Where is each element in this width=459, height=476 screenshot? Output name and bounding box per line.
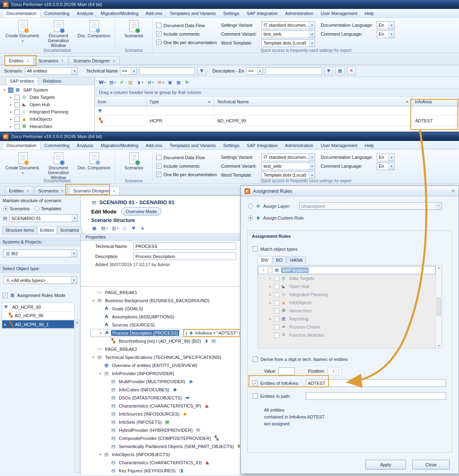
menu-tab-add-ons[interactable]: Add-ons	[142, 142, 166, 149]
infoarea-input[interactable]	[306, 379, 446, 387]
match-object-types-checkbox[interactable]	[253, 246, 258, 252]
tree-checkbox[interactable]	[274, 316, 279, 322]
doc-tab-scenario-designer[interactable]: Scenario Designer	[69, 186, 119, 195]
tree-item[interactable]: ▾▤Technical Specifications (TECHNICAL_SP…	[90, 353, 240, 361]
tree-item[interactable]: ▤Characteristics (CHARACTERISTICS_IP)▲	[90, 402, 240, 410]
comments-button[interactable]: ◗▾	[135, 78, 145, 87]
settings-variant-select[interactable]: IT standard documen...	[262, 154, 315, 161]
tree-item[interactable]: ▤InfoSources (INFOSOURCES)◆	[90, 410, 240, 418]
entities-of-infoarea-checkbox[interactable]: ✓	[253, 380, 258, 386]
entities-in-path-checkbox[interactable]	[253, 393, 258, 399]
doc-comparison-button[interactable]: Doc. Comparison	[76, 151, 112, 180]
tree-checkbox[interactable]	[274, 333, 279, 338]
tree-item[interactable]: ▾▤InfoProvider (INFOPROVIDER)	[90, 369, 240, 378]
column-header-icon[interactable]: Icon	[95, 97, 146, 106]
menu-tab-sap-integration[interactable]: SAP Integration	[243, 10, 281, 17]
scroll-thumb[interactable]	[437, 297, 441, 316]
word-template-select[interactable]: Template.dotx (Local)	[262, 171, 315, 179]
collapse-expander-icon[interactable]: ▾	[91, 299, 95, 303]
close-tab-icon[interactable]	[113, 59, 116, 63]
copy-button[interactable]: ▣	[166, 78, 174, 87]
dialog-tab-hana[interactable]: HANA	[287, 256, 307, 264]
collapse-expander-icon[interactable]: ▾	[2, 88, 6, 92]
tree-item[interactable]: AGoals (GOALS)	[90, 305, 240, 313]
comment-variant-select[interactable]: test_web	[262, 30, 315, 38]
comment-language-select[interactable]: En	[377, 162, 395, 170]
scenarios-button[interactable]: Scenarios	[116, 19, 152, 38]
tree-item[interactable]: ▾▦SAP System	[258, 266, 435, 274]
tree-item[interactable]: ⚙Function Modules	[258, 331, 435, 339]
tree-item[interactable]: ▾▤InfoObjects (INFOOBJECTS)	[90, 450, 240, 459]
assign-custom-rule-radio[interactable]	[248, 216, 253, 220]
filter-button[interactable]: ▼	[324, 67, 333, 75]
dialog-tab-bw[interactable]: BW	[257, 256, 272, 264]
scroll-down-icon[interactable]: ▼	[438, 344, 440, 347]
column-header-infoarea[interactable]: InfoArea	[412, 97, 459, 106]
expand-expander-icon[interactable]: ▸	[268, 284, 272, 288]
create-document-button[interactable]: Create Document.	[5, 151, 41, 180]
entity-list-item[interactable]: ▸▚AD_HCPR_99_1	[2, 320, 74, 329]
tree-checkbox[interactable]	[274, 324, 279, 330]
tree-checkbox[interactable]	[15, 95, 20, 100]
tree-item[interactable]: ▸◇Integrated Planning	[0, 108, 94, 115]
settings-variant-select[interactable]: IT standard documen...	[262, 21, 315, 29]
tree-item[interactable]: ▸◇Integrated Planning	[258, 290, 435, 299]
expand-expander-icon[interactable]: ▸	[9, 102, 13, 107]
menu-tab-settings[interactable]: Settings	[219, 10, 243, 17]
menu-tab-commenting[interactable]: Commenting	[41, 142, 73, 149]
tree-checkbox[interactable]	[274, 292, 279, 297]
one-file-per-documentation-checkbox[interactable]: ✓	[156, 40, 161, 45]
comment-variant-select[interactable]: test_web	[262, 162, 315, 170]
pane-tab-relations[interactable]: Relations	[39, 77, 66, 85]
apply-filter-button[interactable]: ▼	[197, 67, 206, 75]
assignment-rules-mode-checkbox[interactable]: ✓	[2, 293, 8, 298]
designer-tab-entities[interactable]: Entities	[37, 226, 57, 234]
tree-checkbox[interactable]	[15, 109, 20, 115]
tree-item[interactable]: ▸▲InfoObjects	[258, 299, 435, 307]
systems-select[interactable]: ▥BI2	[3, 250, 77, 257]
designer-tab-scenarios[interactable]: Scenarios	[57, 226, 82, 234]
entity-filter-value[interactable]: AD_HCPR_99	[10, 303, 74, 311]
technical-name-operator-select[interactable]: ==	[120, 67, 137, 75]
filter-button[interactable]: ▼	[130, 224, 137, 233]
menu-tab-help[interactable]: Help	[361, 142, 377, 149]
tree-item[interactable]: ▤CompositeProvider (COMPOSITEPROVIDER)▚	[90, 434, 240, 442]
filter-editor-button[interactable]: ▦	[335, 67, 345, 75]
derive-digit-checkbox[interactable]	[253, 356, 258, 362]
scroll-up-icon[interactable]: ▲	[438, 266, 440, 269]
tree-item[interactable]: AAssumptions (ASSUMPTIONS)	[90, 313, 240, 321]
overview-mode-button[interactable]: Overview Mode	[121, 207, 161, 216]
collapse-expander-icon[interactable]: ▾	[98, 453, 102, 457]
tree-checkbox[interactable]	[8, 88, 13, 93]
include-comments-checkbox[interactable]: ✓	[156, 31, 161, 36]
tree-item[interactable]: ▾AProcess Description (PROCESS)(◆InfoAre…	[90, 329, 240, 337]
scenarios-radio[interactable]: Scenarios	[3, 206, 30, 211]
comment-language-select[interactable]: En	[377, 30, 395, 38]
tree-checkbox[interactable]	[15, 124, 20, 129]
tree-item[interactable]: ▸⊞Hierarchies	[0, 123, 94, 130]
document-data-flow-checkbox[interactable]	[156, 155, 161, 160]
technical-name-input[interactable]	[133, 242, 236, 250]
doc-tab-entities[interactable]: Entities	[5, 56, 33, 65]
tree-item[interactable]: ▤InfoSets (INFOSETS)▦	[90, 418, 240, 426]
expand-expander-icon[interactable]: ▸	[268, 276, 272, 280]
expand-expander-icon[interactable]: ▸	[268, 292, 272, 297]
tree-checkbox[interactable]	[15, 117, 20, 122]
description-operator-select[interactable]: ==	[246, 67, 263, 75]
tree-item[interactable]: ▭PAGE_BREAK2	[90, 345, 240, 353]
expand-expander-icon[interactable]: ▸	[268, 317, 272, 321]
expand-expander-icon[interactable]: ▸	[9, 110, 13, 114]
description-filter-input[interactable]	[265, 67, 322, 75]
document-generation-window-button[interactable]: Document Generation Window	[41, 151, 76, 180]
tree-item[interactable]: ▭PAGE_BREAK1	[90, 288, 240, 297]
doc-tab-scenarios[interactable]: Scenarios	[34, 56, 68, 65]
find-button[interactable]: ○	[121, 224, 129, 233]
clear-filter-button[interactable]: ✕	[347, 67, 356, 75]
tree-checkbox[interactable]	[274, 284, 279, 289]
menu-tab-administration[interactable]: Administration	[281, 10, 317, 17]
entity-list-item[interactable]: ▚AD_HCPR_99	[2, 312, 74, 320]
tree-item[interactable]: ▤Semantically Partitioned Objects (SEM_P…	[90, 442, 240, 450]
tree-item[interactable]: ▸▲InfoObjects	[0, 115, 94, 123]
close-tab-icon[interactable]	[61, 189, 64, 193]
close-tab-icon[interactable]	[26, 189, 29, 193]
